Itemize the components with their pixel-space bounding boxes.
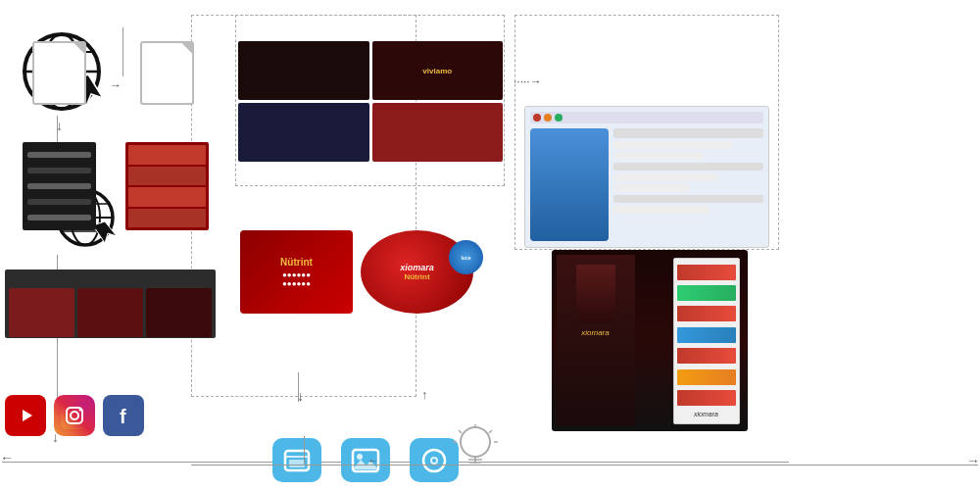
campaign-nutrint-2 — [372, 103, 504, 162]
visibility-image: xiomara Nütrint luce — [361, 230, 473, 314]
post-icon — [272, 438, 321, 482]
ingresar-block — [146, 288, 212, 337]
special-packs-item: Nütrint ●●●●●● ●●●●●● — [240, 230, 353, 318]
sales-reps-website-image — [5, 270, 216, 338]
ppt-professional-item — [122, 41, 211, 109]
facebook-icon[interactable]: f — [103, 395, 144, 436]
ppt-icons-group — [5, 41, 220, 109]
brochure-block — [9, 288, 74, 337]
post-type-item — [272, 438, 321, 485]
nutrint-brand-1: viviamo — [422, 67, 452, 75]
svg-line-37 — [459, 430, 462, 433]
bottom-arrow-line — [191, 465, 978, 466]
sales-reps-area — [5, 270, 220, 342]
lightbulb-icon — [451, 422, 500, 476]
catalogo-block — [77, 288, 143, 337]
retail-pop-images: Nütrint ●●●●●● ●●●●●● xiomara Nütrint lu… — [240, 230, 510, 318]
special-exhibitions-image: xiomara xiomara — [552, 250, 748, 431]
campaign-xiomara-2 — [238, 103, 369, 162]
special-exhibitions-area: xiomara xiomara — [519, 250, 779, 466]
campaign-to-app-arrow: ·····→ — [514, 74, 542, 88]
sales-booklet-item — [10, 142, 108, 234]
portfolio-image — [125, 142, 209, 230]
svg-point-27 — [357, 454, 363, 460]
ppt-retail-icon — [32, 41, 86, 105]
instagram-icon[interactable] — [54, 395, 95, 436]
visibility-item: xiomara Nütrint luce — [361, 230, 473, 318]
youtube-icon[interactable] — [5, 395, 46, 436]
svg-point-32 — [461, 427, 490, 457]
application-screenshot — [524, 106, 769, 248]
social-icons-group: f — [5, 395, 144, 436]
ppt-professional-icon — [140, 41, 194, 105]
campaign-nutrint-1: viviamo — [372, 41, 504, 100]
cs-to-pop-arrow: ↑ — [421, 388, 427, 402]
arrow-left-tip: ← — [0, 450, 14, 466]
campaign-xiomara-1 — [238, 41, 369, 100]
svg-rect-25 — [289, 460, 305, 467]
booklets-group — [5, 142, 220, 234]
image-icon — [341, 438, 390, 482]
sales-booklet-image — [23, 142, 96, 230]
bottom-arrow-tip-right: → — [966, 453, 980, 468]
connector-packs-v — [298, 372, 299, 402]
ppt-retail-item — [15, 41, 103, 109]
campaign-images-grid: viviamo — [238, 41, 503, 162]
svg-text:f: f — [120, 406, 126, 427]
content-strategy-section — [431, 422, 519, 478]
connector-st-bottom — [304, 436, 305, 466]
image-type-item — [341, 438, 390, 485]
svg-line-38 — [489, 430, 492, 433]
svg-rect-17 — [61, 402, 88, 429]
special-packs-image: Nütrint ●●●●●● ●●●●●● — [240, 230, 353, 314]
portfolio-item — [118, 142, 216, 234]
svg-point-20 — [79, 409, 82, 412]
shelf-unit: xiomara — [673, 258, 740, 424]
